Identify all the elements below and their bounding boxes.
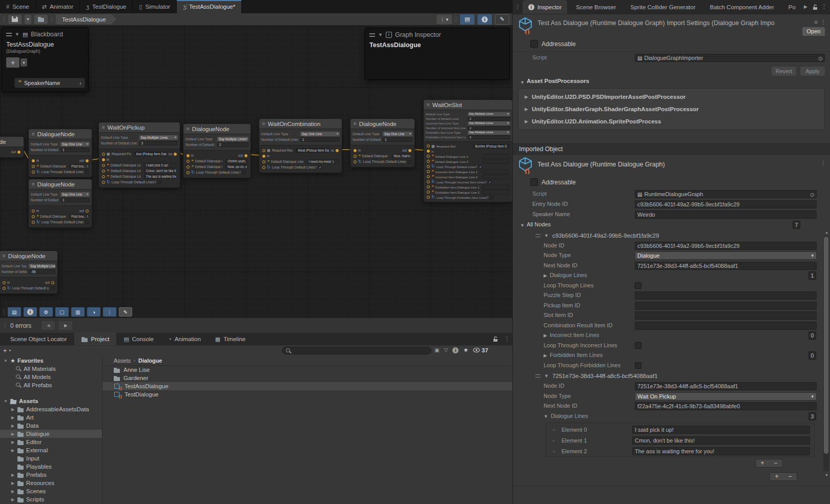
- pen-tool-button[interactable]: ✎: [119, 307, 132, 317]
- graph-node-dialogue-2[interactable]: ≡DialogueNodeDefault Line TypeSay One Li…: [28, 179, 92, 228]
- inspector-kebab-icon[interactable]: ⋮: [821, 3, 827, 10]
- panel-tab[interactable]: Console: [116, 333, 161, 345]
- tree-item[interactable]: Input: [0, 454, 102, 463]
- node-property-field[interactable]: -55: [29, 269, 55, 274]
- foldout-icon[interactable]: ▼: [544, 233, 549, 238]
- show-in-project-button[interactable]: [34, 15, 48, 24]
- port-icon[interactable]: [102, 153, 105, 156]
- node-text-field[interactable]: Now, go on, e: [225, 164, 247, 169]
- port-icon[interactable]: [262, 149, 265, 152]
- node-property-field[interactable]: 1: [383, 137, 412, 142]
- drag-handle-icon[interactable]: [6, 33, 12, 36]
- graph-options-dropdown[interactable]: ⋮ ▾: [437, 15, 452, 24]
- info-tool-button[interactable]: [24, 307, 37, 317]
- inspector-tab[interactable]: Batch Component Adder: [701, 0, 780, 14]
- port-icon[interactable]: [354, 155, 357, 158]
- tabbar-kebab-icon[interactable]: ⋮: [513, 4, 523, 10]
- node-property-dropdown[interactable]: Say One Line▾: [383, 132, 412, 136]
- foldout-icon[interactable]: ▶: [10, 481, 15, 486]
- port-icon[interactable]: [32, 171, 35, 174]
- node-title-bar[interactable]: ≡WaitOnSlot: [424, 100, 512, 110]
- node-title-bar[interactable]: ≡DialogueNode: [29, 129, 92, 139]
- tree-item[interactable]: ▶ Data: [0, 422, 102, 430]
- port-icon[interactable]: [354, 160, 357, 163]
- port-icon[interactable]: [86, 159, 89, 162]
- foldout-icon[interactable]: ▶: [525, 119, 528, 124]
- file-row[interactable]: Anne Lise: [102, 366, 512, 374]
- drag-handle-icon[interactable]: =: [546, 427, 562, 432]
- node-title-bar[interactable]: ≡WaitOnPickup: [99, 122, 180, 133]
- node-title-bar[interactable]: ≡DialogueNode: [29, 179, 92, 190]
- blackboard-panel[interactable]: ▼ ▤ Blackboard TestAssDialogue (Dialogue…: [2, 27, 89, 92]
- node-text-field[interactable]: Cmon, don't be like this!: [144, 169, 177, 173]
- foldout-icon[interactable]: ▶: [525, 107, 528, 112]
- create-asset-button[interactable]: +: [3, 347, 7, 354]
- element-field[interactable]: The ass is waiting there for you!: [632, 447, 810, 455]
- port-icon[interactable]: [102, 181, 105, 184]
- port-icon[interactable]: [427, 160, 430, 163]
- foldout-icon[interactable]: ▶: [10, 497, 15, 502]
- add-node-button[interactable]: +: [770, 473, 783, 480]
- node-text-field[interactable]: [483, 185, 509, 190]
- foldout-icon[interactable]: ▼: [544, 414, 548, 419]
- next-node-id-field[interactable]: 7251e73e-38d3-44ff-a8c5-bcf54088aaf1: [635, 262, 817, 270]
- document-tab[interactable]: Scene: [0, 0, 36, 13]
- save-options-dropdown[interactable]: ▾: [25, 15, 31, 24]
- graph-node-dialogue-3[interactable]: ≡DialogueNodeDefault Line TypeSay Multip…: [183, 123, 251, 178]
- node-title-bar[interactable]: ≡DialogueNode: [350, 119, 414, 129]
- favorites-item[interactable]: All Materials: [0, 365, 102, 373]
- node-property-field[interactable]: 1: [300, 137, 340, 142]
- favorites-item[interactable]: All Prefabs: [0, 381, 102, 389]
- node-text-field[interactable]: I said pick it up!: [144, 163, 177, 167]
- tabbar-kebab-icon[interactable]: ⋮: [184, 3, 190, 10]
- collapse-chevron-icon[interactable]: ▼: [15, 32, 19, 37]
- presets-icon[interactable]: ≡: [815, 19, 818, 25]
- port-icon[interactable]: [427, 155, 430, 158]
- node-text-field[interactable]: [483, 154, 509, 159]
- document-tab[interactable]: TestDialogue: [80, 0, 133, 13]
- node-property-field[interactable]: 2: [217, 142, 248, 147]
- node-checkbox[interactable]: [51, 286, 54, 290]
- node-property-field[interactable]: 1: [60, 148, 90, 152]
- foldout-icon[interactable]: ▶: [10, 489, 15, 494]
- foldout-icon[interactable]: ▶: [10, 415, 15, 420]
- port-icon[interactable]: [186, 160, 190, 163]
- foldout-icon[interactable]: ▶: [525, 94, 528, 99]
- node-text-field[interactable]: Ohhhh yeah,: [225, 159, 247, 163]
- edge-wire[interactable]: [251, 155, 259, 155]
- array-size-badge[interactable]: 0: [808, 351, 816, 360]
- port-icon[interactable]: [262, 155, 265, 158]
- entry-node-field[interactable]: c93b5606-401f-49a2-99b5-9ecbf1fa9c29: [635, 200, 817, 208]
- combination-result-field[interactable]: [635, 322, 817, 330]
- node-checkbox[interactable]: [490, 196, 493, 199]
- node-property-dropdown[interactable]: Say One Line▾: [300, 132, 340, 136]
- panel-kebab-icon[interactable]: ⋮: [504, 335, 510, 342]
- breadcrumb-root[interactable]: Assets: [114, 358, 131, 364]
- loop-forbidden-checkbox[interactable]: [635, 362, 641, 369]
- port-icon[interactable]: [32, 165, 35, 168]
- next-node-id-field[interactable]: f22a475e-4c2f-41c6-9b73-6a83498abfe0: [635, 402, 817, 410]
- favorites-filter-icon[interactable]: [463, 347, 468, 353]
- node-text-field[interactable]: [483, 170, 509, 174]
- port-icon[interactable]: [262, 160, 265, 163]
- port-icon[interactable]: [408, 149, 411, 152]
- array-size-badge[interactable]: 3: [808, 412, 816, 421]
- file-row[interactable]: TestDialogue: [102, 390, 512, 398]
- inspector-tab[interactable]: Scene Browser: [567, 0, 621, 14]
- panel-tab[interactable]: Project: [74, 333, 117, 345]
- port-icon[interactable]: [102, 170, 105, 173]
- port-icon[interactable]: [102, 164, 105, 167]
- script-object-field[interactable]: ▤DialogueGraphImporter⊙: [635, 54, 825, 62]
- node-property-dropdown[interactable]: Say One Line▾: [60, 142, 90, 146]
- node-title-bar[interactable]: ≡WaitOnCombination: [259, 119, 342, 129]
- remove-node-button[interactable]: −: [783, 473, 797, 480]
- element-field[interactable]: Cmon, don't be like this!: [632, 436, 810, 445]
- port-icon[interactable]: [32, 209, 35, 213]
- graph-canvas[interactable]: ▼ ▤ Blackboard TestAssDialogue (Dialogue…: [0, 26, 513, 318]
- tree-item[interactable]: ▶ AddressableAssetsData: [0, 405, 102, 413]
- favorites-root[interactable]: ▼ Favorites: [0, 356, 102, 365]
- filter-icon[interactable]: ▽: [444, 347, 448, 353]
- node-property-field[interactable]: 3: [139, 141, 178, 145]
- drag-handle-icon[interactable]: [369, 33, 375, 37]
- node-checkbox[interactable]: [158, 180, 161, 184]
